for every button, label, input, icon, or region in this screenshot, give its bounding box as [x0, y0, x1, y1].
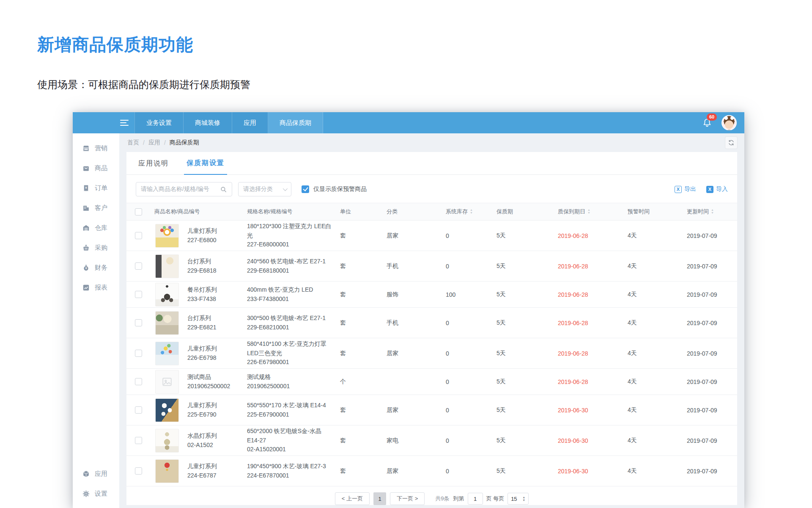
hamburger-menu-icon[interactable]	[120, 120, 129, 126]
spec-cell: 650*2000 铁艺电镀S金-水晶 E14-2702-A15020001	[247, 427, 340, 454]
page-size-select[interactable]: 15 ▲▼	[508, 493, 529, 505]
column-header-6: 质保到期日▲▼	[558, 208, 628, 215]
warehouse-icon	[82, 224, 90, 232]
content-tab-1[interactable]: 保质期设置	[184, 159, 227, 175]
sidebar-item-5[interactable]: 采购	[73, 238, 119, 258]
current-page-button[interactable]: 1	[373, 492, 386, 505]
product-name: 测试商品	[187, 373, 241, 382]
product-code: 02-A1502	[187, 441, 241, 450]
spec-code: 2019062500001	[247, 382, 334, 391]
product-name: 餐吊灯系列	[187, 285, 241, 295]
category-select[interactable]: 请选择分类	[238, 182, 291, 196]
user-avatar[interactable]	[721, 115, 737, 130]
row-checkbox[interactable]	[135, 262, 142, 270]
unit-cell: 套	[340, 437, 387, 444]
product-name-cell: 儿童灯系列227-E6800	[184, 226, 247, 245]
warning-time-cell: 4天	[628, 437, 687, 444]
sidebar-item-label: 报表	[95, 284, 107, 292]
moneybag-icon: ¥	[82, 264, 90, 272]
product-name-cell: 儿童灯系列225-E6790	[184, 401, 247, 419]
content-tab-0[interactable]: 应用说明	[136, 159, 171, 174]
basket-icon	[82, 244, 90, 252]
product-thumbnail	[155, 311, 179, 335]
spec-name: 190*450*900 木艺-玻璃 E27-3	[247, 462, 334, 471]
column-header-5: 保质期	[497, 208, 558, 215]
topnav-tab-3[interactable]: 商品保质期	[268, 112, 323, 133]
sidebar-item-7[interactable]: 报表	[73, 278, 119, 298]
sort-arrows-icon[interactable]: ▲▼	[587, 209, 590, 214]
product-name: 儿童灯系列	[187, 344, 241, 353]
topnav-tab-2[interactable]: 应用	[232, 112, 268, 133]
select-all-checkbox[interactable]	[135, 208, 142, 215]
spec-code: 229-E68180001	[247, 266, 334, 276]
goto-suffix-label: 页 每页	[486, 495, 505, 502]
stock-cell: 0	[446, 320, 497, 326]
sidebar-item-4[interactable]: 仓库	[73, 218, 119, 238]
goto-prefix-label: 到第	[453, 495, 464, 502]
sidebar-item-6[interactable]: ¥财务	[73, 258, 119, 278]
spec-code: 229-E68210001	[247, 323, 334, 332]
row-checkbox-cell	[126, 378, 148, 385]
import-button[interactable]: X 导入	[706, 185, 728, 193]
sort-arrows-icon[interactable]: ▲▼	[470, 209, 473, 214]
sidebar-item-1[interactable]: 商品	[73, 158, 119, 178]
row-checkbox[interactable]	[135, 406, 142, 414]
row-checkbox[interactable]	[135, 467, 142, 475]
row-checkbox[interactable]	[135, 291, 142, 298]
row-checkbox-cell	[126, 406, 148, 414]
refresh-button[interactable]	[725, 136, 738, 149]
warning-time-cell: 4天	[628, 406, 687, 414]
search-input[interactable]: 请输入商品名称/规格/编号	[136, 182, 232, 196]
hamburger-box	[73, 112, 134, 133]
row-checkbox[interactable]	[135, 319, 142, 326]
topnav-tab-1[interactable]: 商城装修	[184, 112, 232, 133]
row-checkbox-cell	[126, 350, 148, 357]
top-navigation-bar: 业务设置商城装修应用商品保质期 60	[73, 112, 744, 133]
spec-name: 400mm 铁艺-亚克力 LED	[247, 285, 334, 295]
sidebar-item-2[interactable]: ¥订单	[73, 178, 119, 198]
pagination: < 上一页 1 下一页 > 共9条 到第 1 页 每页 15 ▲▼	[126, 486, 737, 508]
sidebar-item-label: 客户	[95, 204, 107, 212]
row-checkbox[interactable]	[135, 378, 142, 385]
sidebar-item-label: 商品	[95, 164, 107, 172]
topnav-tab-0[interactable]: 业务设置	[134, 112, 184, 133]
shelf-life-cell: 5天	[497, 291, 558, 298]
row-checkbox[interactable]	[135, 437, 142, 444]
sidebar-item-3[interactable]: 客户	[73, 198, 119, 218]
expiry-date-cell: 2019-06-28	[558, 232, 628, 239]
row-checkbox-cell	[126, 467, 148, 475]
sidebar-main-items: 营销商品¥订单客户仓库采购¥财务报表	[73, 138, 119, 298]
breadcrumb-item-1[interactable]: 应用	[148, 139, 160, 146]
sidebar-item-0[interactable]: 营销	[73, 138, 119, 158]
table-body: 儿童灯系列227-E6800180*120*300 注塑亚克力 LEE白光227…	[126, 221, 737, 486]
expiry-date-cell: 2019-06-30	[558, 407, 628, 414]
row-checkbox[interactable]	[135, 232, 142, 239]
sidebar-item-label: 设置	[95, 490, 107, 498]
product-name-cell: 餐吊灯系列233-F7438	[184, 285, 247, 304]
spec-cell: 240*560 铁艺电镀-布艺 E27-1229-E68180001	[247, 257, 340, 275]
product-code: 224-E6787	[187, 471, 241, 480]
export-button[interactable]: X 导出	[675, 185, 696, 193]
search-icon	[220, 186, 227, 193]
next-page-button[interactable]: 下一页 >	[390, 492, 425, 505]
notification-bell-icon[interactable]: 60	[702, 118, 712, 128]
page-title: 新增商品保质期功能	[37, 33, 193, 56]
row-checkbox[interactable]	[135, 350, 142, 357]
chart-icon	[82, 284, 90, 292]
sort-arrows-icon[interactable]: ▲▼	[711, 209, 714, 214]
sidebar-bottom-item-0[interactable]: 应用	[73, 464, 119, 484]
category-cell: 服饰	[387, 291, 446, 298]
checkbox-checked-icon	[302, 185, 309, 193]
prev-page-button[interactable]: < 上一页	[335, 492, 370, 505]
row-checkbox-cell	[126, 232, 148, 239]
product-thumbnail	[155, 342, 179, 365]
sidebar-bottom-item-1[interactable]: 设置	[73, 484, 119, 504]
stepper-arrows-icon: ▲▼	[522, 496, 525, 502]
breadcrumb-item-0[interactable]: 首页	[127, 139, 139, 146]
goto-page-input[interactable]: 1	[468, 493, 483, 505]
spec-name: 580*410*100 木艺-亚克力灯罩 LED三色变光	[247, 340, 334, 358]
table-row-7: 水晶灯系列02-A1502650*2000 铁艺电镀S金-水晶 E14-2702…	[126, 425, 737, 456]
updated-time-cell: 2019-07-09	[687, 378, 737, 385]
updated-time-cell: 2019-07-09	[687, 407, 737, 414]
warning-only-checkbox[interactable]: 仅显示质保预警商品	[302, 185, 367, 193]
